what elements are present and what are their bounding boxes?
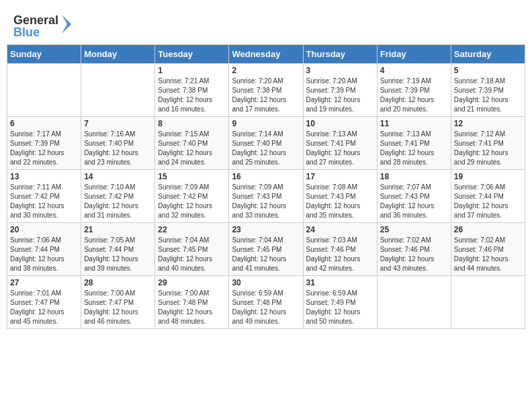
day-info: Sunrise: 7:15 AMSunset: 7:40 PMDaylight:… (158, 130, 226, 167)
day-number: 6 (10, 119, 78, 128)
calendar-header-saturday: Saturday (451, 45, 525, 64)
calendar-cell: 24Sunrise: 7:03 AMSunset: 7:46 PMDayligh… (303, 223, 377, 276)
calendar-cell (81, 64, 155, 117)
day-info: Sunrise: 7:02 AMSunset: 7:46 PMDaylight:… (454, 236, 522, 273)
day-number: 20 (10, 225, 78, 234)
day-number: 1 (158, 66, 226, 75)
day-info: Sunrise: 7:06 AMSunset: 7:44 PMDaylight:… (454, 183, 522, 220)
calendar-week-row: 27Sunrise: 7:01 AMSunset: 7:47 PMDayligh… (7, 276, 525, 329)
day-info: Sunrise: 7:16 AMSunset: 7:40 PMDaylight:… (84, 130, 152, 167)
calendar-cell (451, 276, 525, 329)
calendar-cell: 15Sunrise: 7:09 AMSunset: 7:42 PMDayligh… (155, 170, 229, 223)
day-info: Sunrise: 7:21 AMSunset: 7:38 PMDaylight:… (158, 77, 226, 114)
day-info: Sunrise: 7:10 AMSunset: 7:42 PMDaylight:… (84, 183, 152, 220)
day-info: Sunrise: 7:20 AMSunset: 7:39 PMDaylight:… (306, 77, 374, 114)
day-info: Sunrise: 7:04 AMSunset: 7:45 PMDaylight:… (232, 236, 300, 273)
calendar-cell: 8Sunrise: 7:15 AMSunset: 7:40 PMDaylight… (155, 117, 229, 170)
day-number: 26 (454, 225, 522, 234)
calendar-cell: 17Sunrise: 7:08 AMSunset: 7:43 PMDayligh… (303, 170, 377, 223)
calendar-week-row: 1Sunrise: 7:21 AMSunset: 7:38 PMDaylight… (7, 64, 525, 117)
calendar-cell: 19Sunrise: 7:06 AMSunset: 7:44 PMDayligh… (451, 170, 525, 223)
day-number: 11 (380, 119, 448, 128)
calendar-cell: 21Sunrise: 7:05 AMSunset: 7:44 PMDayligh… (81, 223, 155, 276)
day-number: 3 (306, 66, 374, 75)
day-number: 13 (10, 172, 78, 181)
calendar-cell: 27Sunrise: 7:01 AMSunset: 7:47 PMDayligh… (7, 276, 81, 329)
day-number: 27 (10, 278, 78, 287)
calendar-cell: 5Sunrise: 7:18 AMSunset: 7:39 PMDaylight… (451, 64, 525, 117)
day-number: 7 (84, 119, 152, 128)
calendar-cell: 12Sunrise: 7:12 AMSunset: 7:41 PMDayligh… (451, 117, 525, 170)
logo-svg: GeneralBlue (13, 12, 74, 39)
logo: GeneralBlue (13, 12, 74, 39)
svg-text:General: General (13, 13, 58, 27)
calendar-week-row: 6Sunrise: 7:17 AMSunset: 7:39 PMDaylight… (7, 117, 525, 170)
day-number: 9 (232, 119, 300, 128)
calendar-cell: 2Sunrise: 7:20 AMSunset: 7:38 PMDaylight… (229, 64, 303, 117)
calendar-cell (7, 64, 81, 117)
calendar-cell: 10Sunrise: 7:13 AMSunset: 7:41 PMDayligh… (303, 117, 377, 170)
calendar-cell: 26Sunrise: 7:02 AMSunset: 7:46 PMDayligh… (451, 223, 525, 276)
day-info: Sunrise: 7:14 AMSunset: 7:40 PMDaylight:… (232, 130, 300, 167)
calendar-header-monday: Monday (81, 45, 155, 64)
day-number: 28 (84, 278, 152, 287)
day-number: 30 (232, 278, 300, 287)
calendar-cell: 7Sunrise: 7:16 AMSunset: 7:40 PMDaylight… (81, 117, 155, 170)
calendar-week-row: 20Sunrise: 7:06 AMSunset: 7:44 PMDayligh… (7, 223, 525, 276)
day-number: 16 (232, 172, 300, 181)
calendar-cell: 1Sunrise: 7:21 AMSunset: 7:38 PMDaylight… (155, 64, 229, 117)
day-info: Sunrise: 7:20 AMSunset: 7:38 PMDaylight:… (232, 77, 300, 114)
day-info: Sunrise: 7:03 AMSunset: 7:46 PMDaylight:… (306, 236, 374, 273)
day-number: 12 (454, 119, 522, 128)
day-info: Sunrise: 7:02 AMSunset: 7:46 PMDaylight:… (380, 236, 448, 273)
calendar-cell: 20Sunrise: 7:06 AMSunset: 7:44 PMDayligh… (7, 223, 81, 276)
day-number: 14 (84, 172, 152, 181)
calendar-header-sunday: Sunday (7, 45, 81, 64)
calendar-cell: 18Sunrise: 7:07 AMSunset: 7:43 PMDayligh… (377, 170, 451, 223)
day-info: Sunrise: 7:09 AMSunset: 7:42 PMDaylight:… (158, 183, 226, 220)
calendar-week-row: 13Sunrise: 7:11 AMSunset: 7:42 PMDayligh… (7, 170, 525, 223)
day-info: Sunrise: 7:04 AMSunset: 7:45 PMDaylight:… (158, 236, 226, 273)
day-info: Sunrise: 7:08 AMSunset: 7:43 PMDaylight:… (306, 183, 374, 220)
calendar-cell: 6Sunrise: 7:17 AMSunset: 7:39 PMDaylight… (7, 117, 81, 170)
day-number: 10 (306, 119, 374, 128)
calendar-header-row: SundayMondayTuesdayWednesdayThursdayFrid… (7, 45, 525, 64)
calendar-cell: 22Sunrise: 7:04 AMSunset: 7:45 PMDayligh… (155, 223, 229, 276)
day-info: Sunrise: 7:19 AMSunset: 7:39 PMDaylight:… (380, 77, 448, 114)
day-info: Sunrise: 7:13 AMSunset: 7:41 PMDaylight:… (380, 130, 448, 167)
day-info: Sunrise: 7:17 AMSunset: 7:39 PMDaylight:… (10, 130, 78, 167)
day-number: 19 (454, 172, 522, 181)
calendar-header-tuesday: Tuesday (155, 45, 229, 64)
day-info: Sunrise: 7:00 AMSunset: 7:47 PMDaylight:… (84, 289, 152, 326)
calendar-header-thursday: Thursday (303, 45, 377, 64)
header: GeneralBlue (7, 7, 525, 42)
calendar-cell: 31Sunrise: 6:59 AMSunset: 7:49 PMDayligh… (303, 276, 377, 329)
calendar-cell: 9Sunrise: 7:14 AMSunset: 7:40 PMDaylight… (229, 117, 303, 170)
day-info: Sunrise: 7:01 AMSunset: 7:47 PMDaylight:… (10, 289, 78, 326)
calendar-cell: 16Sunrise: 7:09 AMSunset: 7:43 PMDayligh… (229, 170, 303, 223)
day-number: 29 (158, 278, 226, 287)
day-number: 2 (232, 66, 300, 75)
calendar-cell (377, 276, 451, 329)
day-info: Sunrise: 7:00 AMSunset: 7:48 PMDaylight:… (158, 289, 226, 326)
calendar-cell: 30Sunrise: 6:59 AMSunset: 7:48 PMDayligh… (229, 276, 303, 329)
day-info: Sunrise: 6:59 AMSunset: 7:48 PMDaylight:… (232, 289, 300, 326)
day-number: 22 (158, 225, 226, 234)
calendar-header-wednesday: Wednesday (229, 45, 303, 64)
calendar-cell: 4Sunrise: 7:19 AMSunset: 7:39 PMDaylight… (377, 64, 451, 117)
day-info: Sunrise: 7:09 AMSunset: 7:43 PMDaylight:… (232, 183, 300, 220)
calendar-cell: 3Sunrise: 7:20 AMSunset: 7:39 PMDaylight… (303, 64, 377, 117)
calendar-cell: 25Sunrise: 7:02 AMSunset: 7:46 PMDayligh… (377, 223, 451, 276)
day-info: Sunrise: 7:12 AMSunset: 7:41 PMDaylight:… (454, 130, 522, 167)
calendar-cell: 23Sunrise: 7:04 AMSunset: 7:45 PMDayligh… (229, 223, 303, 276)
day-info: Sunrise: 7:06 AMSunset: 7:44 PMDaylight:… (10, 236, 78, 273)
day-number: 4 (380, 66, 448, 75)
calendar-header-friday: Friday (377, 45, 451, 64)
day-number: 17 (306, 172, 374, 181)
calendar-cell: 28Sunrise: 7:00 AMSunset: 7:47 PMDayligh… (81, 276, 155, 329)
calendar-cell: 11Sunrise: 7:13 AMSunset: 7:41 PMDayligh… (377, 117, 451, 170)
calendar-cell: 14Sunrise: 7:10 AMSunset: 7:42 PMDayligh… (81, 170, 155, 223)
svg-marker-2 (62, 15, 71, 34)
day-info: Sunrise: 7:05 AMSunset: 7:44 PMDaylight:… (84, 236, 152, 273)
calendar-cell: 13Sunrise: 7:11 AMSunset: 7:42 PMDayligh… (7, 170, 81, 223)
